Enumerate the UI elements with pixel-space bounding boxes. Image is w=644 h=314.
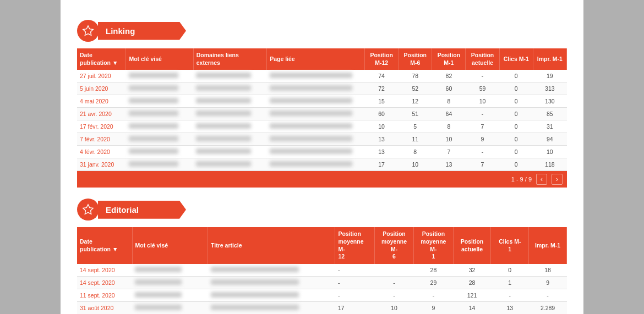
linking-pagination: 1 - 9 / 9 ‹ › — [77, 171, 567, 188]
linking-cell-date: 7 févr. 2020 — [77, 133, 126, 146]
linking-cell-pm6: 78 — [399, 70, 432, 82]
linking-cell-clics: 0 — [499, 70, 533, 82]
editorial-section: Editorial Datepublication ▼ Mot clé visé… — [77, 199, 567, 314]
editorial-cell-pm12: - — [335, 289, 374, 301]
linking-cell-page — [267, 70, 365, 82]
linking-cell-impr: 130 — [533, 95, 566, 108]
editorial-cell-clics: 0 — [491, 264, 529, 277]
editorial-cell-keyword — [132, 301, 208, 314]
editorial-cell-pm6: - — [374, 289, 413, 301]
linking-cell-pact: 59 — [466, 82, 499, 95]
editorial-cell-pm6 — [374, 264, 413, 277]
editorial-col-date: Datepublication ▼ — [77, 227, 132, 264]
editorial-cell-title — [208, 276, 335, 289]
editorial-cell-keyword — [132, 289, 208, 301]
linking-cell-pm1: 8 — [432, 95, 466, 108]
editorial-cell-keyword — [132, 276, 208, 289]
editorial-cell-impr: - — [529, 289, 567, 301]
editorial-col-pm12: Positionmoyenne M-12 — [335, 227, 374, 264]
editorial-cell-impr: 2.289 — [529, 301, 567, 314]
editorial-cell-date: 31 août 2020 — [77, 301, 132, 314]
linking-cell-date: 5 juin 2020 — [77, 82, 126, 95]
linking-cell-domains — [193, 70, 266, 82]
linking-header: Linking — [77, 20, 567, 42]
editorial-col-impr: Impr. M-1 — [529, 227, 567, 264]
linking-cell-page — [267, 158, 365, 171]
editorial-cell-pact: 28 — [453, 276, 491, 289]
linking-col-pm1: Position M-1 — [432, 48, 466, 70]
linking-cell-keyword — [126, 133, 193, 146]
linking-cell-pm12: 13 — [365, 146, 399, 158]
linking-cell-domains — [193, 158, 266, 171]
linking-cell-impr: 10 — [533, 146, 566, 158]
linking-cell-domains — [193, 108, 266, 120]
linking-cell-impr: 31 — [533, 120, 566, 133]
linking-col-keyword: Mot clé visé — [126, 48, 193, 70]
editorial-row-1: 14 sept. 2020 - - 29 28 1 9 — [77, 276, 567, 289]
editorial-cell-pm6: - — [374, 276, 413, 289]
editorial-cell-pm1: - — [414, 289, 453, 301]
linking-cell-page — [267, 95, 365, 108]
editorial-cell-pm1: 29 — [414, 276, 453, 289]
editorial-cell-clics: - — [491, 289, 529, 301]
linking-cell-pm6: 5 — [399, 120, 432, 133]
editorial-cell-pm6: 10 — [374, 301, 413, 314]
editorial-col-pm6: Positionmoyenne M-6 — [374, 227, 413, 264]
linking-cell-date: 4 févr. 2020 — [77, 146, 126, 158]
linking-cell-impr: 94 — [533, 133, 566, 146]
linking-row-5: 7 févr. 2020 13 11 10 9 0 94 — [77, 133, 567, 146]
linking-cell-pm1: 7 — [432, 146, 466, 158]
linking-cell-pm12: 13 — [365, 133, 399, 146]
linking-cell-keyword — [126, 120, 193, 133]
linking-prev-btn[interactable]: ‹ — [536, 174, 547, 185]
editorial-cell-title — [208, 264, 335, 277]
linking-cell-keyword — [126, 70, 193, 82]
linking-cell-date: 17 févr. 2020 — [77, 120, 126, 133]
linking-cell-pm12: 15 — [365, 95, 399, 108]
linking-star-badge — [77, 20, 99, 42]
linking-cell-clics: 0 — [499, 120, 533, 133]
editorial-row-0: 14 sept. 2020 - 28 32 0 18 — [77, 264, 567, 277]
editorial-cell-pact: 14 — [453, 301, 491, 314]
star-icon-2 — [82, 203, 94, 216]
linking-cell-domains — [193, 133, 266, 146]
linking-cell-impr: 85 — [533, 108, 566, 120]
linking-cell-impr: 19 — [533, 70, 566, 82]
editorial-cell-pm12: 17 — [335, 301, 374, 314]
editorial-cell-date: 14 sept. 2020 — [77, 276, 132, 289]
linking-row-6: 4 févr. 2020 13 8 7 - 0 10 — [77, 146, 567, 158]
linking-cell-pact: 7 — [466, 158, 499, 171]
linking-col-pact: Position actuelle — [466, 48, 499, 70]
linking-cell-pm1: 64 — [432, 108, 466, 120]
linking-cell-pm12: 10 — [365, 120, 399, 133]
linking-cell-clics: 0 — [499, 95, 533, 108]
editorial-table: Datepublication ▼ Mot clé visé Titre art… — [77, 227, 567, 314]
linking-cell-pact: - — [466, 70, 499, 82]
linking-cell-keyword — [126, 108, 193, 120]
editorial-col-clics: Clics M-1 — [491, 227, 529, 264]
linking-cell-pm6: 8 — [399, 146, 432, 158]
editorial-cell-impr: 9 — [529, 276, 567, 289]
linking-cell-domains — [193, 95, 266, 108]
linking-cell-pm6: 51 — [399, 108, 432, 120]
linking-cell-page — [267, 82, 365, 95]
linking-next-btn[interactable]: › — [552, 174, 563, 185]
editorial-cell-date: 14 sept. 2020 — [77, 264, 132, 277]
linking-cell-domains — [193, 120, 266, 133]
linking-cell-pm6: 52 — [399, 82, 432, 95]
linking-cell-clics: 0 — [499, 133, 533, 146]
linking-cell-page — [267, 120, 365, 133]
linking-col-domains: Domaines liens externes — [193, 48, 266, 70]
editorial-cell-impr: 18 — [529, 264, 567, 277]
linking-col-page: Page liée — [267, 48, 365, 70]
editorial-cell-pact: 121 — [453, 289, 491, 301]
linking-cell-pm12: 17 — [365, 158, 399, 171]
linking-row-4: 17 févr. 2020 10 5 8 7 0 31 — [77, 120, 567, 133]
editorial-cell-pm12: - — [335, 276, 374, 289]
linking-cell-date: 27 juil. 2020 — [77, 70, 126, 82]
linking-row-7: 31 janv. 2020 17 10 13 7 0 118 — [77, 158, 567, 171]
linking-cell-clics: 0 — [499, 82, 533, 95]
linking-cell-pact: 10 — [466, 95, 499, 108]
editorial-cell-pm1: 28 — [414, 264, 453, 277]
editorial-star-badge — [77, 199, 99, 221]
